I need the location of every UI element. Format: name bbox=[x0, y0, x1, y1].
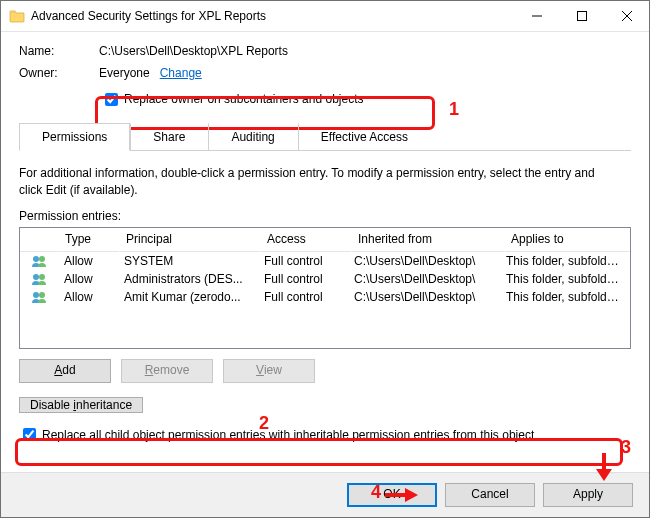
cell-principal: Administrators (DES... bbox=[118, 272, 258, 286]
annotation-box-2 bbox=[15, 438, 623, 466]
entries-label: Permission entries: bbox=[19, 209, 631, 223]
tab-strip: Permissions Share Auditing Effective Acc… bbox=[19, 122, 631, 151]
svg-point-3 bbox=[33, 274, 39, 280]
table-row[interactable]: Allow Amit Kumar (zerodo... Full control… bbox=[20, 288, 630, 306]
cancel-button[interactable]: Cancel bbox=[445, 483, 535, 507]
col-type[interactable]: Type bbox=[59, 228, 120, 252]
name-label: Name: bbox=[19, 44, 99, 58]
owner-row: Owner: Everyone Change bbox=[19, 66, 631, 80]
callout-1: 1 bbox=[449, 99, 459, 120]
cell-type: Allow bbox=[58, 290, 118, 304]
cell-type: Allow bbox=[58, 254, 118, 268]
entry-buttons-row: Add Remove View bbox=[19, 359, 631, 383]
tab-auditing[interactable]: Auditing bbox=[208, 123, 297, 151]
remove-button: Remove bbox=[121, 359, 213, 383]
col-principal[interactable]: Principal bbox=[120, 228, 261, 252]
cell-inherited: C:\Users\Dell\Desktop\ bbox=[348, 254, 500, 268]
arrow-4-icon bbox=[385, 487, 419, 503]
svg-point-2 bbox=[39, 256, 45, 262]
table-row[interactable]: Allow SYSTEM Full control C:\Users\Dell\… bbox=[20, 252, 630, 270]
col-access[interactable]: Access bbox=[261, 228, 352, 252]
owner-value: Everyone bbox=[99, 66, 150, 80]
arrow-3-icon bbox=[594, 453, 614, 483]
cell-access: Full control bbox=[258, 254, 348, 268]
add-button[interactable]: Add bbox=[19, 359, 111, 383]
permission-body: Allow SYSTEM Full control C:\Users\Dell\… bbox=[20, 252, 630, 306]
minimize-button[interactable] bbox=[514, 2, 559, 31]
info-text: For additional information, double-click… bbox=[19, 165, 619, 199]
close-button[interactable] bbox=[604, 2, 649, 31]
change-owner-link[interactable]: Change bbox=[160, 66, 202, 80]
cell-type: Allow bbox=[58, 272, 118, 286]
apply-button[interactable]: Apply bbox=[543, 483, 633, 507]
svg-point-5 bbox=[33, 292, 39, 298]
cell-applies: This folder, subfolders and files bbox=[500, 254, 630, 268]
cell-inherited: C:\Users\Dell\Desktop\ bbox=[348, 290, 500, 304]
svg-point-4 bbox=[39, 274, 45, 280]
owner-label: Owner: bbox=[19, 66, 99, 80]
window: Advanced Security Settings for XPL Repor… bbox=[0, 0, 650, 518]
disable-inheritance-button[interactable]: Disable inheritance bbox=[19, 397, 143, 413]
col-inherited[interactable]: Inherited from bbox=[352, 228, 505, 252]
window-title: Advanced Security Settings for XPL Repor… bbox=[31, 1, 514, 31]
permission-header-row: Type Principal Access Inherited from App… bbox=[20, 228, 630, 252]
callout-4: 4 bbox=[371, 482, 381, 503]
cell-access: Full control bbox=[258, 290, 348, 304]
header-spacer bbox=[20, 228, 59, 252]
cell-principal: SYSTEM bbox=[118, 254, 258, 268]
dialog-footer: OK Cancel Apply bbox=[1, 472, 649, 517]
content-area: Name: C:\Users\Dell\Desktop\XPL Reports … bbox=[1, 32, 649, 445]
maximize-button[interactable] bbox=[559, 2, 604, 31]
cell-principal: Amit Kumar (zerodo... bbox=[118, 290, 258, 304]
table-row[interactable]: Allow Administrators (DES... Full contro… bbox=[20, 270, 630, 288]
cell-applies: This folder, subfolders and files bbox=[500, 290, 630, 304]
col-applies[interactable]: Applies to bbox=[505, 228, 630, 252]
cell-inherited: C:\Users\Dell\Desktop\ bbox=[348, 272, 500, 286]
svg-point-1 bbox=[33, 256, 39, 262]
name-row: Name: C:\Users\Dell\Desktop\XPL Reports bbox=[19, 44, 631, 58]
titlebar: Advanced Security Settings for XPL Repor… bbox=[1, 1, 649, 32]
tab-effective-access[interactable]: Effective Access bbox=[298, 123, 431, 151]
cell-applies: This folder, subfolders and files bbox=[500, 272, 630, 286]
disable-inheritance-row: Disable inheritance bbox=[19, 395, 631, 415]
principal-icon bbox=[20, 273, 58, 285]
permission-table: Type Principal Access Inherited from App… bbox=[19, 227, 631, 349]
callout-3: 3 bbox=[621, 437, 631, 458]
name-value: C:\Users\Dell\Desktop\XPL Reports bbox=[99, 44, 288, 58]
cell-access: Full control bbox=[258, 272, 348, 286]
folder-icon bbox=[9, 8, 25, 24]
svg-point-6 bbox=[39, 292, 45, 298]
principal-icon bbox=[20, 291, 58, 303]
tab-permissions[interactable]: Permissions bbox=[19, 123, 130, 151]
svg-rect-0 bbox=[577, 12, 586, 21]
view-button: View bbox=[223, 359, 315, 383]
tab-share[interactable]: Share bbox=[130, 123, 208, 151]
principal-icon bbox=[20, 255, 58, 267]
